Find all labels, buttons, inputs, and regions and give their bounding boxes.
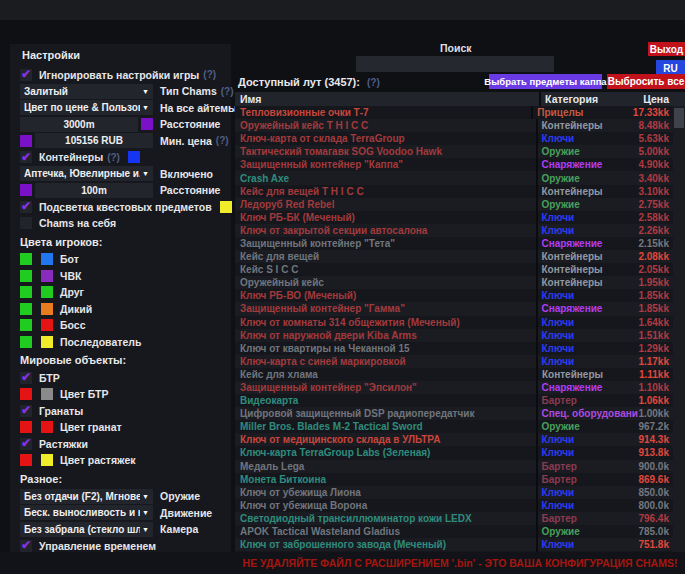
table-row[interactable]: Медаль LegaБартер900.0k (235, 460, 685, 473)
checkbox[interactable]: ✔ (20, 405, 32, 417)
table-row[interactable]: Ключ-карта с синей маркировкойКлючи1.17k… (235, 355, 685, 368)
color-swatch[interactable] (41, 421, 53, 433)
table-row[interactable]: Ключ от квартиры на Чеканной 15Ключи1.29… (235, 342, 685, 355)
checkbox[interactable] (20, 217, 32, 229)
dropdown[interactable]: Беск. выносливость и нет уста▼ (20, 505, 153, 520)
color-swatch[interactable] (41, 303, 53, 315)
color-swatch[interactable] (220, 201, 232, 213)
table-row[interactable]: Ключ от наружной двери Kiba ArmsКлючи1.5… (235, 329, 685, 342)
table-row[interactable]: Защищенный контейнер "Тета"Снаряжение2.1… (235, 237, 685, 250)
table-row[interactable]: Оружейный кейсКонтейнеры1.95kk (235, 276, 685, 289)
color-swatch[interactable] (20, 253, 32, 265)
color-swatch[interactable] (41, 319, 53, 331)
column-header-price[interactable]: Цена (643, 93, 685, 105)
color-swatch[interactable] (20, 135, 32, 147)
item-name: Ледоруб Red Rebel (235, 199, 536, 210)
color-swatch[interactable] (20, 336, 32, 348)
color-swatch[interactable] (20, 454, 32, 466)
item-category: Бартер (536, 473, 639, 486)
chevron-down-icon: ▼ (142, 493, 149, 500)
item-name: Оружейный кейс T H I C C (235, 120, 536, 131)
table-row[interactable]: Miller Bros. Blades M-2 Tactical SwordОр… (235, 420, 685, 433)
dropdown[interactable]: Без отдачи (F2), Мгновенное п▼ (20, 489, 153, 504)
table-row[interactable]: Цифровой защищенный DSP радиопередатчикС… (235, 407, 685, 420)
color-swatch[interactable] (41, 388, 53, 400)
table-row[interactable]: Защищенный контейнер "Каппа"Снаряжение4.… (235, 158, 685, 171)
search-input[interactable] (356, 56, 554, 72)
dropdown[interactable]: Цвет по цене & Пользователь▼ (20, 100, 153, 115)
checkbox[interactable]: ✔ (20, 438, 32, 450)
color-swatch[interactable] (20, 421, 32, 433)
table-row[interactable]: Ключ от закрытой секции автосалонаКлючи2… (235, 224, 685, 237)
table-row[interactable]: Ключ от убежища ЛионаКлючи850.0k (235, 486, 685, 499)
select-kappa-items-button[interactable]: Выбрать предметы каппа (489, 74, 602, 89)
table-row[interactable]: Кейс для хламаКонтейнеры1.11kk (235, 368, 685, 381)
setting-label: Включено (160, 168, 213, 180)
table-row[interactable]: Монета БиткоинаБартер869.6k (235, 473, 685, 486)
scrollbar-thumb[interactable] (674, 108, 684, 128)
checkbox[interactable]: ✔ (20, 151, 32, 163)
table-row[interactable]: Оружейный кейс T H I C CКонтейнеры8.48kk (235, 119, 685, 132)
color-swatch[interactable] (41, 454, 53, 466)
setting-control: ✔ (20, 69, 32, 81)
color-swatch[interactable] (20, 184, 32, 196)
table-row[interactable]: Ключ-карта TerraGroup Labs (Зеленая)Ключ… (235, 446, 685, 459)
item-category: Контейнеры (536, 250, 639, 263)
table-row[interactable]: Ключ от медицинского склада в УЛЬТРАКлюч… (235, 433, 685, 446)
dropdown[interactable]: Аптечка, Ювелирные и...▼ (20, 166, 153, 181)
color-swatch[interactable] (41, 253, 53, 265)
item-name: Светодиодный трансиллюминатор кожи LEDX (235, 513, 536, 524)
text-input[interactable]: 3000m (20, 117, 138, 132)
dropdown[interactable]: Без забрала (стекло шлема)▼ (20, 522, 153, 537)
color-swatch[interactable] (41, 270, 53, 282)
color-swatch[interactable] (20, 286, 32, 298)
table-scrollbar[interactable] (673, 106, 685, 571)
table-row[interactable]: Ключ РБ-ВО (Меченый)Ключи1.85kk (235, 289, 685, 302)
table-row[interactable]: Кейс для вещей T H I C CКонтейнеры3.10kk (235, 185, 685, 198)
dropdown-value: Аптечка, Ювелирные и... (24, 168, 140, 179)
text-input[interactable]: 105156 RUB (35, 133, 153, 148)
setting-label: Последователь (60, 336, 141, 348)
table-row[interactable]: Ключ от заброшенного завода (Меченый)Клю… (235, 538, 685, 551)
table-row[interactable]: Ключ РБ-БК (Меченый)Ключи2.58kk (235, 211, 685, 224)
table-row[interactable]: Ключ от комнаты 314 общежития (Меченый)К… (235, 316, 685, 329)
dropdown-value: Залитый (24, 86, 140, 97)
checkbox[interactable]: ✔ (20, 540, 32, 552)
table-row[interactable]: Ключ от убежища ВоронаКлючи800.0k (235, 499, 685, 512)
checkbox[interactable]: ✔ (20, 201, 32, 213)
checkbox[interactable]: ✔ (20, 69, 32, 81)
item-category: Оружие (536, 525, 639, 538)
color-swatch[interactable] (41, 286, 53, 298)
color-swatch[interactable] (20, 388, 32, 400)
table-row[interactable]: ВидеокартаБартер1.06kk (235, 394, 685, 407)
color-swatch[interactable] (141, 118, 153, 130)
table-row[interactable]: Кейс для вещейКонтейнеры2.08kk (235, 250, 685, 263)
table-row[interactable]: Тепловизионные очки Т-7Прицелы17.33kk (235, 106, 685, 119)
table-row[interactable]: APOK Tactical Wasteland GladiusОружие785… (235, 525, 685, 538)
color-swatch[interactable] (20, 270, 32, 282)
item-category: Ключи (536, 342, 639, 355)
help-icon: (?) (203, 69, 216, 80)
dropdown[interactable]: Залитый▼ (20, 84, 153, 99)
checkbox[interactable]: ✔ (20, 372, 32, 384)
color-swatch[interactable] (20, 303, 32, 315)
color-swatch[interactable] (128, 151, 140, 163)
item-name: Ключ-карта TerraGroup Labs (Зеленая) (235, 447, 536, 458)
table-row[interactable]: Светодиодный трансиллюминатор кожи LEDXБ… (235, 512, 685, 525)
table-row[interactable]: Защищенный контейнер "Эпсилон"Снаряжение… (235, 381, 685, 394)
dropdown-value: Без забрала (стекло шлема) (24, 524, 140, 535)
text-input[interactable]: 100m (35, 183, 153, 198)
table-row[interactable]: Ключ-карта от склада TerraGroupКлючи5.63… (235, 132, 685, 145)
table-row[interactable]: Кейс S I C CКонтейнеры2.05kk (235, 263, 685, 276)
item-name: Ключ от заброшенного завода (Меченый) (235, 539, 536, 550)
table-row[interactable]: Тактический томагавк SOG Voodoo HawkОруж… (235, 145, 685, 158)
column-header-name[interactable]: Имя (235, 93, 539, 105)
drop-all-button[interactable]: Выбросить все (607, 74, 685, 89)
exit-button[interactable]: Выход (648, 42, 685, 56)
column-header-category[interactable]: Категория (539, 92, 643, 106)
color-swatch[interactable] (41, 336, 53, 348)
table-row[interactable]: Crash AxeОружие3.40kk (235, 171, 685, 184)
color-swatch[interactable] (20, 319, 32, 331)
table-row[interactable]: Ледоруб Red RebelОружие2.75kk (235, 198, 685, 211)
table-row[interactable]: Защищенный контейнер "Гамма"Снаряжение1.… (235, 302, 685, 315)
